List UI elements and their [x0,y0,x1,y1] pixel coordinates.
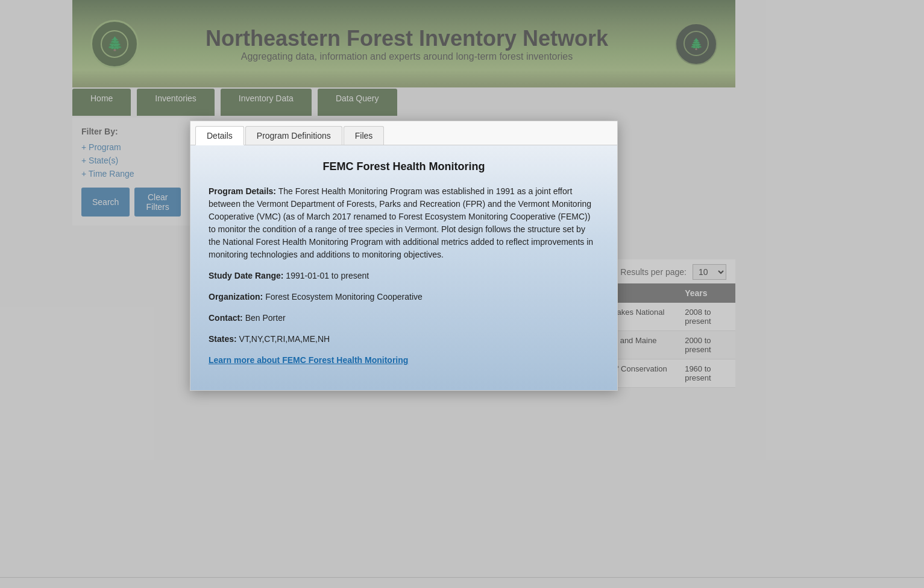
tab-details[interactable]: Details [195,126,244,145]
tab-program-definitions[interactable]: Program Definitions [245,126,342,145]
states-paragraph: States: VT,NY,CT,RI,MA,ME,NH [209,333,599,346]
states-value-text: VT,NY,CT,RI,MA,ME,NH [239,334,330,344]
contact-paragraph: Contact: Ben Porter [209,312,599,324]
modal-dialog: Details Program Definitions Files FEMC F… [190,121,618,391]
learn-more-link[interactable]: Learn more about FEMC Forest Health Moni… [209,355,408,365]
org-value-text: Forest Ecosystem Monitoring Cooperative [265,292,423,302]
org-paragraph: Organization: Forest Ecosystem Monitorin… [209,291,599,303]
program-details-text: The Forest Health Monitoring Program was… [209,186,593,259]
states-label: States: [209,334,237,344]
study-date-paragraph: Study Date Range: 1991-01-01 to present [209,270,599,282]
study-date-label: Study Date Range: [209,271,283,280]
modal-content: FEMC Forest Health Monitoring Program De… [190,145,617,390]
learn-more-paragraph: Learn more about FEMC Forest Health Moni… [209,354,599,367]
study-date-value-text: 1991-01-01 to present [286,271,369,280]
program-details-label: Program Details: [209,186,276,196]
contact-value-text: Ben Porter [245,313,286,323]
tab-files[interactable]: Files [344,126,385,145]
program-details-paragraph: Program Details: The Forest Health Monit… [209,185,599,261]
modal-title: FEMC Forest Health Monitoring [209,160,599,173]
modal-tabs: Details Program Definitions Files [190,121,617,145]
contact-label: Contact: [209,313,243,323]
org-label: Organization: [209,292,263,302]
modal-body: Program Details: The Forest Health Monit… [209,185,599,367]
